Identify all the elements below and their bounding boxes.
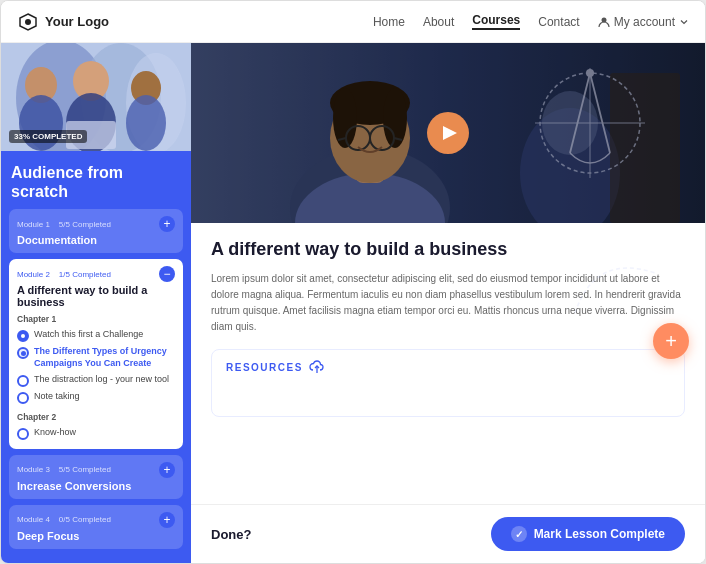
sidebar-title: Audience from scratch: [1, 151, 191, 209]
resources-label: RESOURCES: [226, 362, 303, 373]
chevron-down-icon: [679, 17, 689, 27]
lesson-text-1-2: The Different Types of Urgency Campaigns…: [34, 346, 175, 369]
lesson-dot-2-1: [17, 428, 29, 440]
navbar-links: Home About Courses Contact: [373, 13, 580, 30]
module-header-3: Module 3 5/5 Completed +: [17, 462, 175, 478]
lesson-content: A different way to build a business Lore…: [191, 223, 705, 504]
done-label: Done?: [211, 527, 251, 542]
lesson-text-2-1: Know-how: [34, 427, 76, 439]
chapter-heading-1: Chapter 1: [17, 314, 175, 324]
play-triangle: [443, 126, 457, 140]
module-expand-4[interactable]: +: [159, 512, 175, 528]
resources-section: RESOURCES: [211, 349, 685, 417]
account-label[interactable]: My account: [614, 15, 675, 29]
lesson-dot-1-3: [17, 375, 29, 387]
nav-contact[interactable]: Contact: [538, 15, 579, 29]
lesson-title: A different way to build a business: [211, 239, 685, 261]
nav-courses[interactable]: Courses: [472, 13, 520, 30]
lesson-dot-1-4: [17, 392, 29, 404]
mark-complete-button[interactable]: ✓ Mark Lesson Complete: [491, 517, 685, 551]
video-overlay: [191, 43, 705, 223]
navbar-account[interactable]: My account: [598, 15, 689, 29]
lesson-text-1-3: The distraction log - your new tool: [34, 374, 169, 386]
module-header-2: Module 2 1/5 Completed −: [17, 266, 175, 282]
resources-header: RESOURCES: [226, 360, 670, 376]
lesson-item-1-4[interactable]: Note taking: [17, 389, 175, 406]
svg-point-12: [126, 95, 166, 151]
lesson-text-1-1: Watch this first a Challenge: [34, 329, 143, 341]
module-label-2: Module 2 1/5 Completed: [17, 270, 111, 279]
module-item-4[interactable]: Module 4 0/5 Completed + Deep Focus: [9, 505, 183, 549]
sidebar: 33% COMPLETED Audience from scratch Modu…: [1, 43, 191, 563]
lesson-dot-1-1: [17, 330, 29, 342]
progress-badge: 33% COMPLETED: [9, 130, 87, 143]
navbar: Your Logo Home About Courses Contact My …: [1, 1, 705, 43]
module-label-4: Module 4 0/5 Completed: [17, 515, 111, 524]
lesson-footer: Done? ✓ Mark Lesson Complete: [191, 504, 705, 563]
play-button[interactable]: [427, 112, 469, 154]
content-area: A different way to build a business Lore…: [191, 43, 705, 563]
lesson-text-1-4: Note taking: [34, 391, 80, 403]
module-label-1: Module 1 5/5 Completed: [17, 220, 111, 229]
chapter-heading-2: Chapter 2: [17, 412, 175, 422]
navbar-logo: Your Logo: [17, 11, 109, 33]
upload-cloud-icon: [309, 360, 325, 376]
lesson-item-2-1[interactable]: Know-how: [17, 425, 175, 442]
chapter-2: Chapter 2 Know-how: [17, 412, 175, 442]
module-title-1: Documentation: [17, 234, 175, 246]
module-title-4: Deep Focus: [17, 530, 175, 542]
account-icon: [598, 16, 610, 28]
video-section: [191, 43, 705, 223]
chapter-1: Chapter 1 Watch this first a Challenge T…: [17, 314, 175, 405]
module-title-2: A different way to build a business: [17, 284, 175, 308]
lesson-item-1-2[interactable]: The Different Types of Urgency Campaigns…: [17, 344, 175, 371]
nav-home[interactable]: Home: [373, 15, 405, 29]
nav-about[interactable]: About: [423, 15, 454, 29]
logo-icon: [17, 11, 39, 33]
module-expand-3[interactable]: +: [159, 462, 175, 478]
mark-complete-label: Mark Lesson Complete: [534, 527, 665, 541]
svg-point-1: [25, 19, 31, 25]
module-header-4: Module 4 0/5 Completed +: [17, 512, 175, 528]
sidebar-hero: 33% COMPLETED: [1, 43, 191, 151]
module-collapse-2[interactable]: −: [159, 266, 175, 282]
module-expand-1[interactable]: +: [159, 216, 175, 232]
app-frame: Your Logo Home About Courses Contact My …: [0, 0, 706, 564]
main-layout: 33% COMPLETED Audience from scratch Modu…: [1, 43, 705, 563]
check-icon: ✓: [511, 526, 527, 542]
resources-body: [226, 376, 670, 406]
module-header-1: Module 1 5/5 Completed +: [17, 216, 175, 232]
lesson-body: Lorem ipsum dolor sit amet, consectetur …: [211, 271, 685, 335]
module-item-2[interactable]: Module 2 1/5 Completed − A different way…: [9, 259, 183, 448]
logo-text: Your Logo: [45, 14, 109, 29]
module-item-3[interactable]: Module 3 5/5 Completed + Increase Conver…: [9, 455, 183, 499]
module-item-1[interactable]: Module 1 5/5 Completed + Documentation: [9, 209, 183, 253]
floating-plus-button[interactable]: +: [653, 323, 689, 359]
sidebar-modules: Module 1 5/5 Completed + Documentation M…: [1, 209, 191, 563]
module-title-3: Increase Conversions: [17, 480, 175, 492]
lesson-item-1-3[interactable]: The distraction log - your new tool: [17, 372, 175, 389]
lesson-dot-1-2: [17, 347, 29, 359]
module-label-3: Module 3 5/5 Completed: [17, 465, 111, 474]
lesson-item-1-1[interactable]: Watch this first a Challenge: [17, 327, 175, 344]
